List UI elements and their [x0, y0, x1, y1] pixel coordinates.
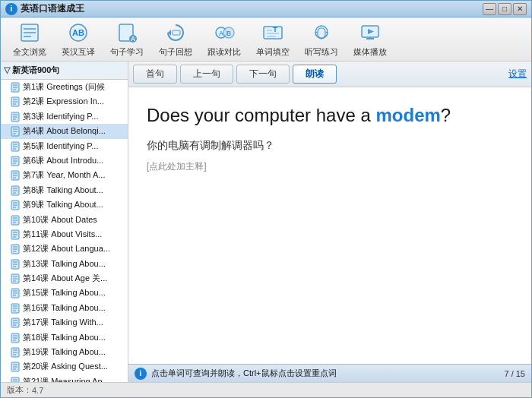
svg-text:B: B [226, 30, 231, 37]
svg-rect-10 [173, 30, 180, 35]
sidebar-item-text-12: 第12课 About Langua... [23, 243, 110, 254]
toolbar-item-follow-compare[interactable]: AB跟读对比 [201, 17, 247, 61]
sidebar-item-10[interactable]: 第10课 About Dates [1, 213, 128, 227]
sidebar-item-4[interactable]: 第4课 About Belonqi... [1, 124, 128, 138]
sidebar-item-text-8: 第8课 Talking About... [23, 185, 103, 196]
sidebar-item-text-4: 第4课 About Belonqi... [23, 125, 106, 137]
sidebar-item-1[interactable]: 第1课 Greetings (问候 [1, 80, 128, 94]
follow-compare-label: 跟读对比 [207, 46, 241, 58]
minimize-button[interactable]: — [483, 3, 496, 15]
sidebar-item-icon-14 [10, 273, 21, 284]
sidebar-item-21[interactable]: 第21课 Measuring An... [1, 374, 128, 382]
toolbar-item-en-zh[interactable]: AB英汉互译 [55, 17, 101, 61]
settings-link[interactable]: 设置 [508, 68, 527, 81]
sidebar-item-13[interactable]: 第13课 Talking Abou... [1, 257, 128, 271]
sidebar-item-text-13: 第13课 Talking Abou... [23, 258, 106, 270]
sidebar-item-text-1: 第1课 Greetings (问候 [23, 81, 105, 93]
window-controls: — □ ✕ [483, 3, 527, 15]
toolbar-item-sentence-study[interactable]: A句子学习 [104, 17, 150, 61]
sidebar-item-icon-6 [10, 156, 21, 166]
svg-text:A: A [219, 30, 223, 37]
maximize-button[interactable]: □ [498, 3, 511, 15]
sidebar-item-8[interactable]: 第8课 Talking About... [1, 183, 128, 197]
sidebar-item-icon-11 [10, 229, 21, 240]
sidebar-item-text-18: 第18课 Talking Abou... [23, 332, 106, 343]
sidebar-item-2[interactable]: 第2课 Expression In... [1, 94, 128, 109]
sidebar-item-5[interactable]: 第5课 Identifying P... [1, 139, 128, 153]
sentence-study-label: 句子学习 [110, 46, 144, 58]
sidebar-item-text-2: 第2课 Expression In... [23, 96, 104, 107]
sidebar-items-list: 第1课 Greetings (问候第2课 Expression In...第3课… [1, 80, 128, 382]
toolbar-item-sentence-recall[interactable]: 句子回想 [153, 17, 198, 61]
sidebar-item-20[interactable]: 第20课 Asking Quest... [1, 359, 128, 374]
sentence-recall-label: 句子回想 [159, 46, 192, 58]
media-play-icon [358, 21, 382, 45]
status-icon: i [135, 368, 147, 380]
sidebar-item-icon-20 [10, 362, 21, 372]
bottom-bar: 版本：4.7 [1, 382, 531, 397]
browse-all-icon [17, 21, 42, 45]
sidebar-item-text-19: 第19课 Talking Abou... [23, 346, 106, 358]
svg-text:AB: AB [72, 28, 84, 37]
title-bar: i 英语口语速成王 — □ ✕ [1, 1, 531, 17]
sidebar-item-icon-21 [10, 377, 21, 382]
sidebar-item-16[interactable]: 第16课 Talking Abou... [1, 301, 128, 315]
sentence-recall-icon [163, 21, 188, 45]
sidebar-item-7[interactable]: 第7课 Year, Month A... [1, 168, 128, 182]
main-window: i 英语口语速成王 — □ ✕ 全文浏览AB英汉互译A句子学习句子回想AB跟读对… [0, 0, 532, 398]
sidebar-item-icon-12 [10, 244, 21, 254]
sidebar-item-11[interactable]: 第11课 About Visits... [1, 227, 128, 242]
sidebar-item-icon-3 [10, 112, 21, 122]
toolbar-item-browse-all[interactable]: 全文浏览 [7, 17, 52, 61]
svg-text:A: A [131, 35, 136, 43]
tab-prev[interactable]: 上一句 [180, 65, 233, 84]
tab-first[interactable]: 首句 [133, 65, 177, 84]
sentence-en-suffix: ? [441, 105, 451, 125]
sidebar-item-text-15: 第15课 Talking Abou... [23, 287, 106, 298]
sidebar-root[interactable]: ▽ 新英语900句 [1, 62, 128, 80]
sidebar-item-text-6: 第6课 About Introdu... [23, 155, 103, 166]
sidebar-item-6[interactable]: 第6课 About Introdu... [1, 153, 128, 168]
sidebar-item-icon-2 [10, 96, 21, 107]
sidebar-item-9[interactable]: 第9课 Talking About... [1, 197, 128, 212]
toolbar-item-word-fill[interactable]: T单词填空 [250, 17, 296, 61]
close-button[interactable]: ✕ [513, 3, 527, 15]
sidebar-item-icon-7 [10, 170, 21, 181]
app-icon: i [5, 3, 17, 15]
tab-read[interactable]: 朗读 [293, 65, 337, 84]
sidebar-item-text-16: 第16课 Talking Abou... [23, 302, 106, 314]
sidebar-item-text-9: 第9课 Talking About... [23, 199, 103, 210]
content-body: Does your computer have a modem? 你的电脑有调制… [128, 87, 531, 364]
sidebar-item-14[interactable]: 第14课 About Age 关... [1, 271, 128, 286]
window-title: 英语口语速成王 [21, 2, 483, 15]
sidebar-item-icon-19 [10, 347, 21, 358]
version-label: 版本： [7, 384, 32, 396]
sidebar-item-12[interactable]: 第12课 About Langua... [1, 242, 128, 256]
sidebar-item-15[interactable]: 第15课 Talking Abou... [1, 286, 128, 300]
sidebar-item-text-14: 第14课 About Age 关... [23, 273, 107, 284]
sidebar-item-17[interactable]: 第17课 Talking With... [1, 315, 128, 330]
toolbar-item-media-play[interactable]: 媒体播放 [347, 17, 393, 61]
sidebar-item-icon-18 [10, 333, 21, 343]
sentence-english: Does your computer have a modem? [147, 103, 513, 128]
version-value: 4.7 [32, 386, 43, 395]
toolbar: 全文浏览AB英汉互译A句子学习句子回想AB跟读对比T单词填空听写练习媒体播放 [1, 17, 531, 62]
browse-all-label: 全文浏览 [13, 46, 46, 58]
tab-next[interactable]: 下一句 [236, 65, 290, 84]
sentence-note[interactable]: [点此处加主释] [147, 160, 513, 173]
sidebar-item-text-10: 第10课 About Dates [23, 214, 97, 226]
toolbar-item-listen-practice[interactable]: 听写练习 [299, 17, 344, 61]
main-area: ▽ 新英语900句 第1课 Greetings (问候第2课 Expressio… [1, 62, 531, 382]
sidebar-item-18[interactable]: 第18课 Talking Abou... [1, 330, 128, 345]
sidebar-item-3[interactable]: 第3课 Identifying P... [1, 109, 128, 124]
sidebar-item-text-17: 第17课 Talking With... [23, 317, 103, 328]
sidebar-item-icon-13 [10, 259, 21, 270]
sidebar-item-icon-16 [10, 303, 21, 314]
content-area: 首句 上一句 下一句 朗读 设置 Does your computer have… [128, 62, 531, 382]
sentence-en-prefix: Does your computer have a [147, 105, 376, 125]
sidebar-item-19[interactable]: 第19课 Talking Abou... [1, 345, 128, 359]
sidebar-item-text-5: 第5课 Identifying P... [23, 141, 98, 152]
expand-icon: ▽ [4, 65, 10, 75]
media-play-label: 媒体播放 [353, 46, 387, 58]
sidebar-item-icon-17 [10, 317, 21, 328]
